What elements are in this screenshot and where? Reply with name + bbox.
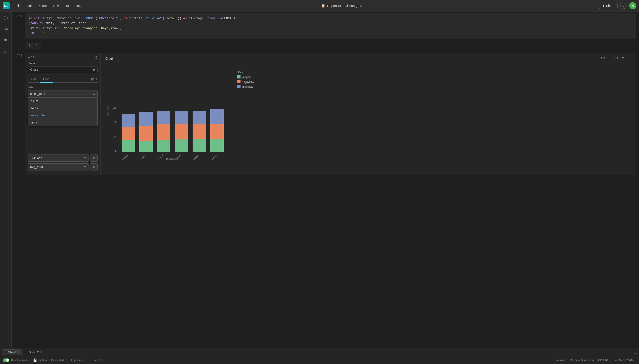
y-axis-gear[interactable]: ⚙	[91, 164, 98, 170]
main-layout: ◯ 📎 ☰ (x) [3] select "City", "Product li…	[0, 12, 639, 348]
bar-naypyitaw-2	[139, 126, 153, 141]
collapse-icon[interactable]: ❮	[95, 56, 98, 59]
menu-run[interactable]: Run	[63, 3, 73, 8]
x-axis-select[interactable]: ..411acb ▼	[28, 154, 89, 162]
svg-text:Food and beverages: Food and beverages	[182, 154, 200, 160]
run-time: ▶ 0.1s	[28, 56, 36, 59]
in-process-status: In process: 0	[71, 359, 86, 362]
avatar[interactable]: A	[629, 2, 636, 9]
cell-3: [3] select "City", "Product line", ROUND…	[12, 12, 639, 40]
bar-mandalay-3	[157, 111, 170, 124]
sheet-expand-icon[interactable]: ☷	[634, 350, 637, 355]
help-button[interactable]: ?	[620, 3, 626, 9]
svg-text:50: 50	[114, 135, 117, 138]
toggle-knob	[6, 359, 9, 362]
select-arrow-icon: ▲	[93, 92, 95, 95]
add-button[interactable]: +	[607, 56, 611, 60]
x-axis-row: ..411acb ▼ ⚙	[28, 154, 98, 162]
widget-actions: 👁 ▾ + ⇓ ▾ 🗑 • • •	[599, 56, 633, 60]
svg-text:150: 150	[113, 106, 117, 109]
y-axis-arrow: ▼	[84, 165, 86, 168]
tab-bar[interactable]: Bar	[28, 76, 40, 83]
widget-header: ▶ 0.1s ❮	[28, 56, 98, 59]
x-axis-arrow: ▼	[84, 156, 86, 160]
svg-text:Health and beauty: Health and beauty	[113, 154, 129, 160]
sheet-tabs: ☰ Sheet ✕ ☰ Sheet 2 ✕ + ☷	[0, 348, 639, 356]
running-status: Running	[555, 359, 565, 362]
sidebar-icon-paperclip[interactable]: 📎	[2, 26, 9, 33]
left-sidebar: ◯ 📎 ☰ (x)	[0, 12, 12, 348]
data-source-select[interactable]: sales_total ▲	[28, 90, 98, 97]
bar-naypyitaw-5	[193, 124, 206, 139]
cell-output-content: {...}	[25, 42, 41, 49]
sidebar-icon-variable[interactable]: (x)	[2, 49, 9, 56]
svg-text:Fashion accessories: Fashion accessories	[200, 154, 217, 160]
sidebar-icon-list[interactable]: ☰	[2, 37, 9, 44]
bar-yangon-5	[193, 139, 206, 152]
menu-help[interactable]: Help	[74, 3, 85, 8]
widget-right-panel: 👁 ▾ + ⇓ ▾ 🗑 • • • Chart avg_total	[101, 53, 636, 175]
chart-type-tabs: Bar Line 🗑 +	[28, 76, 98, 83]
sidebar-icon-cube[interactable]: ◯	[2, 14, 9, 21]
tab-list: Bar Line	[28, 76, 53, 82]
tab-line[interactable]: Line	[40, 76, 53, 83]
svg-text:100: 100	[113, 121, 117, 124]
chart-area: avg_total 0 50 100 150	[105, 62, 632, 164]
app-logo: DL	[3, 2, 10, 9]
menu-file[interactable]: File	[13, 3, 23, 8]
visibility-button[interactable]: 👁 ▾	[599, 56, 606, 60]
status-right: Running Machine: t2.medium CPU: 0% FreeM…	[555, 359, 636, 362]
data-label: Data	[28, 86, 98, 89]
menu-view[interactable]: View	[51, 3, 62, 8]
add-tab-icon[interactable]: +	[96, 77, 98, 81]
gear-icon[interactable]: ⚙	[92, 68, 95, 72]
svg-text:Mandalay: Mandalay	[242, 85, 253, 88]
bar-naypyitaw-3	[157, 124, 170, 140]
widget-left-panel: ▶ 0.1s ❮ Name Chart ⚙ Bar Line	[25, 53, 101, 175]
cell-output: {...}	[12, 40, 639, 51]
sheet-tab-close-1[interactable]: ✕	[17, 351, 19, 354]
svg-text:Naypyitaw: Naypyitaw	[242, 80, 254, 84]
bar-naypyitaw-1	[122, 127, 135, 140]
dropdown-item-sales[interactable]: sales	[28, 105, 97, 112]
menu-kernel[interactable]: Kernel	[36, 3, 50, 8]
bar-mandalay-2	[139, 112, 153, 126]
download-button[interactable]: ⇓ ▾	[612, 56, 619, 60]
dropdown-item-tesla[interactable]: tesla	[28, 119, 97, 126]
bar-mandalay-6	[210, 109, 224, 124]
dropdown-item-gs-df[interactable]: gs_df	[28, 98, 97, 105]
x-axis-gear[interactable]: ⚙	[91, 154, 98, 162]
delete-tab-icon[interactable]: 🗑	[91, 77, 94, 81]
reactive-mode-toggle[interactable]	[3, 358, 9, 362]
y-axis-select[interactable]: avg_total ▼	[28, 164, 89, 170]
python-indicator: 💾 Python	[33, 358, 47, 362]
delete-button[interactable]: 🗑	[620, 56, 625, 60]
python-icon: 💾	[33, 358, 37, 362]
menu-tools[interactable]: Tools	[24, 3, 36, 8]
cell-number-73: [73]	[12, 53, 25, 175]
more-button[interactable]: • • •	[627, 56, 633, 60]
name-input[interactable]: Chart ⚙	[28, 66, 98, 73]
notebook-title: 📋 Report tutorial Postgres	[88, 4, 595, 8]
dropdown-item-sales-total[interactable]: sales_total	[28, 112, 97, 119]
share-button[interactable]: ⬆ Share	[599, 3, 618, 9]
sheet-tab-2[interactable]: ☰ Sheet 2 ✕	[23, 349, 45, 355]
bar-naypyitaw-6	[210, 124, 224, 140]
chart-title: Chart	[105, 56, 632, 60]
reactive-mode-label: Reactive mode	[11, 359, 29, 362]
play-icon[interactable]: ▶	[28, 56, 30, 59]
bar-yangon-6	[210, 140, 224, 152]
svg-text:Sports and travel: Sports and travel	[149, 154, 164, 160]
code-editor-3[interactable]: select "City", "Product line", ROUND(SUM…	[25, 13, 636, 38]
add-sheet-button[interactable]: +	[46, 349, 51, 355]
y-axis-row: avg_total ▼ ⚙	[28, 164, 98, 170]
notebook: [3] select "City", "Product line", ROUND…	[12, 12, 639, 348]
svg-text:Product line: Product line	[164, 157, 179, 160]
svg-text:City: City	[238, 70, 243, 74]
sheet-tab-1[interactable]: ☰ Sheet ✕	[2, 349, 22, 355]
errors-status: Errors: 0	[91, 359, 101, 362]
sheet-tab-close-2[interactable]: ✕	[40, 351, 42, 354]
status-left: Reactive mode	[3, 358, 29, 362]
bar-yangon-1	[122, 140, 135, 152]
data-source-dropdown: gs_df sales sales_total tesla	[28, 97, 98, 126]
